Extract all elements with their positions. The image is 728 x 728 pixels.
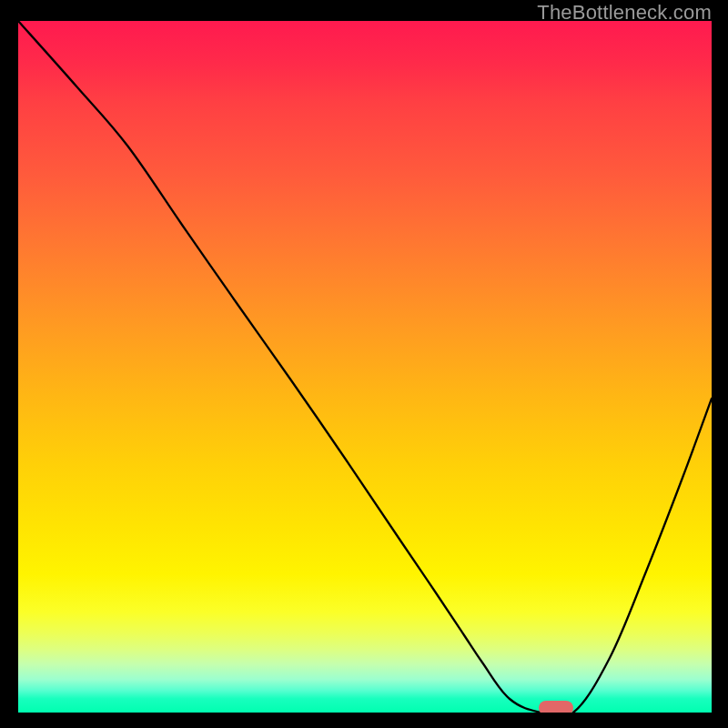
plot-area xyxy=(18,21,712,713)
chart-frame: TheBottleneck.com xyxy=(0,0,728,728)
optimal-marker xyxy=(539,701,573,713)
bottleneck-curve xyxy=(18,21,712,713)
